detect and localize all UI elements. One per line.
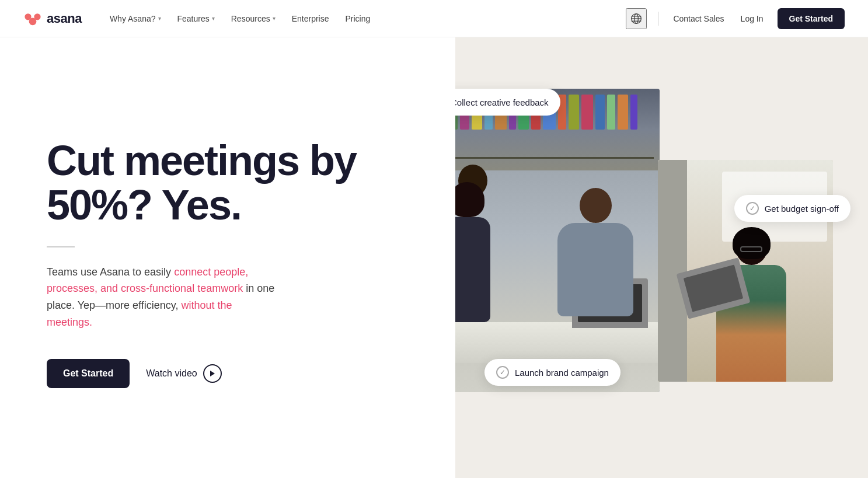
login-link[interactable]: Log In <box>738 9 766 28</box>
contact-sales-link[interactable]: Contact Sales <box>671 9 726 28</box>
svg-point-1 <box>25 13 31 20</box>
tooltip-card-feedback: ✓ Collect creative feedback <box>455 89 560 116</box>
highlight-text: connect people, processes, and cross-fun… <box>47 266 248 295</box>
nav-enterprise[interactable]: Enterprise <box>285 9 336 28</box>
get-started-nav-button[interactable]: Get Started <box>778 8 845 29</box>
photo-main-inner <box>455 89 660 392</box>
tooltip-card-launch: ✓ Launch brand campaign <box>484 359 621 386</box>
photo-secondary-inner <box>658 160 833 382</box>
tooltip-budget-label: Get budget sign-off <box>765 204 839 214</box>
logo-link[interactable]: asana <box>23 9 82 28</box>
photo-secondary <box>658 160 833 382</box>
photo-main <box>455 89 660 392</box>
nav-divider <box>658 12 659 26</box>
get-started-hero-button[interactable]: Get Started <box>47 359 130 388</box>
watch-video-button[interactable]: Watch video <box>146 364 221 383</box>
nav-right-actions: Contact Sales Log In Get Started <box>626 8 845 29</box>
hero-headline: Cut meetings by 50%? Yes. <box>47 139 420 227</box>
highlight-text-2: without the meetings. <box>47 299 232 328</box>
hero-divider <box>47 246 75 247</box>
check-icon-launch: ✓ <box>496 366 509 379</box>
globe-icon <box>630 13 642 25</box>
logo-text: asana <box>47 11 82 26</box>
chevron-down-icon: ▾ <box>158 15 161 22</box>
nav-resources[interactable]: Resources ▾ <box>224 9 283 28</box>
watch-video-label: Watch video <box>146 368 197 379</box>
shelf-line <box>455 157 654 159</box>
nav-why-asana[interactable]: Why Asana? ▾ <box>103 9 168 28</box>
asana-logo-icon <box>23 9 42 28</box>
hero-left-panel: Cut meetings by 50%? Yes. Teams use Asan… <box>0 37 455 478</box>
tooltip-launch-label: Launch brand campaign <box>515 368 609 378</box>
tooltip-feedback-label: Collect creative feedback <box>455 97 549 107</box>
hero-right-panel: ✓ Collect creative feedback ✓ Get budget… <box>455 37 868 478</box>
nav-features[interactable]: Features ▾ <box>170 9 222 28</box>
hero-actions: Get Started Watch video <box>47 359 420 388</box>
image-collage: ✓ Collect creative feedback ✓ Get budget… <box>455 37 868 478</box>
hero-body-text: Teams use Asana to easily connect people… <box>47 264 280 331</box>
hero-section: Cut meetings by 50%? Yes. Teams use Asan… <box>0 37 868 478</box>
navbar: asana Why Asana? ▾ Features ▾ Resources … <box>0 0 868 37</box>
chevron-down-icon: ▾ <box>273 15 276 22</box>
tooltip-card-budget: ✓ Get budget sign-off <box>734 195 850 222</box>
nav-links: Why Asana? ▾ Features ▾ Resources ▾ Ente… <box>103 9 626 28</box>
nav-pricing[interactable]: Pricing <box>338 9 377 28</box>
play-icon <box>203 364 222 383</box>
chevron-down-icon: ▾ <box>212 15 215 22</box>
check-icon-budget: ✓ <box>746 202 759 215</box>
svg-point-2 <box>34 13 40 20</box>
language-selector-button[interactable] <box>626 8 647 29</box>
